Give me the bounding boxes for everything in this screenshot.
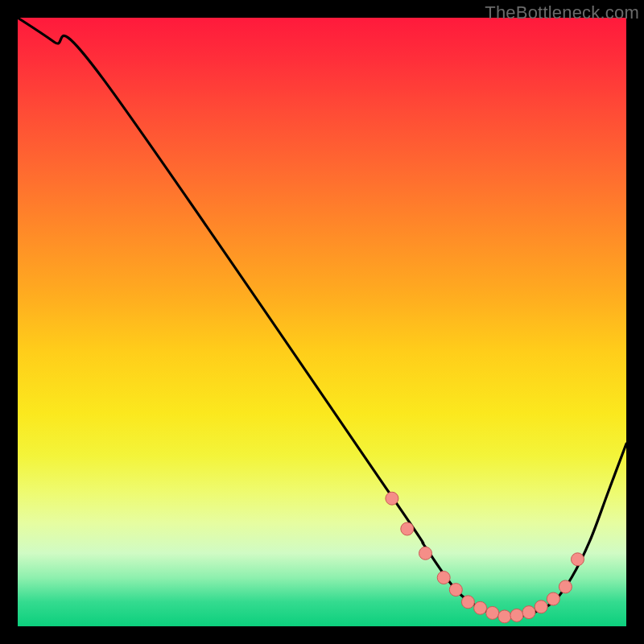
chart-frame: TheBottleneck.com [0,0,644,644]
data-marker [498,610,511,623]
data-marker [559,580,572,593]
data-markers [386,492,584,623]
data-marker [437,572,450,584]
data-marker [535,601,547,613]
data-marker [419,547,432,559]
data-marker [474,601,487,614]
data-marker [547,592,559,605]
data-marker [386,492,398,505]
data-marker [510,609,523,621]
data-marker [461,596,474,609]
data-marker [401,522,414,535]
data-marker [572,553,584,566]
plot-area [18,18,626,626]
watermark-text: TheBottleneck.com [485,2,639,23]
chart-svg [18,18,626,626]
data-marker [522,606,535,619]
bottleneck-curve [18,18,626,617]
data-marker [486,606,499,619]
data-marker [449,584,462,597]
